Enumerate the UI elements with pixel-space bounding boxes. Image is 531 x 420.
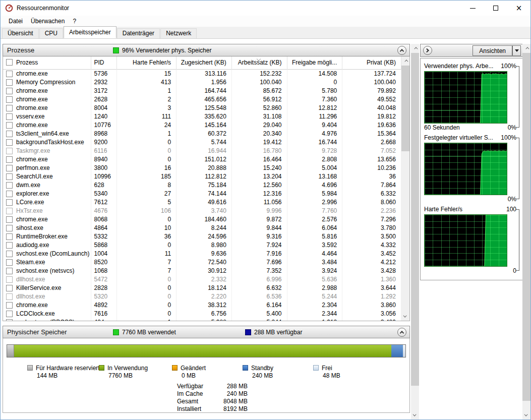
table-scrollbar[interactable] (401, 56, 409, 321)
row-checkbox[interactable] (6, 311, 13, 317)
column-header-1[interactable]: PID (91, 56, 117, 70)
select-all-checkbox[interactable] (6, 59, 13, 66)
column-header-4[interactable]: Arbeitssatz (KB) (232, 56, 287, 70)
table-row[interactable]: svchost.exe (netsvcs)1068730.9127.3523.9… (3, 267, 401, 275)
table-row[interactable]: explorer.exe53402774.14412.3165.9846.332 (3, 190, 401, 198)
row-checkbox[interactable] (6, 191, 13, 197)
collapse-processes-button[interactable] (397, 46, 406, 55)
table-row[interactable]: dllhost.exe547202.3326.9965.6361.360 (3, 275, 401, 284)
row-checkbox[interactable] (6, 122, 13, 129)
row-checkbox[interactable] (6, 233, 13, 240)
cell-commit: 74.144 (176, 190, 232, 198)
column-header-2[interactable]: Harte Fehler/s (117, 56, 176, 70)
scroll-down-button[interactable] (401, 312, 409, 321)
scroll-down-button[interactable] (522, 411, 530, 419)
row-checkbox[interactable] (6, 259, 13, 266)
views-button[interactable]: Ansichten (473, 45, 512, 56)
scroll-up-button[interactable] (411, 44, 419, 52)
row-checkbox[interactable] (6, 71, 13, 77)
row-checkbox[interactable] (6, 79, 13, 86)
process-name-cell: dwm.exe (3, 181, 91, 190)
table-row[interactable]: chrome.exe4892038.3126.1642.3043.860 (3, 301, 401, 310)
left-pane-scrollbar[interactable] (411, 44, 419, 419)
row-checkbox[interactable] (6, 199, 13, 206)
table-row[interactable]: chrome.exe26282465.65656.9127.36049.552 (3, 95, 401, 104)
table-row[interactable]: vsserv.exe1240111335.62031.10811.29619.8… (3, 112, 401, 121)
tab-übersicht[interactable]: Übersicht (2, 28, 39, 38)
table-row[interactable]: HxTsr.exe46761063.7409.9967.7602.236 (3, 207, 401, 215)
row-checkbox[interactable] (6, 165, 13, 171)
row-checkbox[interactable] (6, 242, 13, 249)
table-row[interactable]: dwm.exe628875.18412.5604.6967.864 (3, 181, 401, 190)
table-row[interactable]: KillerService.exe2828018.1246.6322.9883.… (3, 284, 401, 292)
views-dropdown-button[interactable] (512, 45, 521, 56)
table-row[interactable]: Memory Compression29324131.956100.040010… (3, 78, 401, 87)
scroll-up-button[interactable] (522, 44, 530, 52)
cell-commit: 16.944 (176, 147, 232, 155)
row-checkbox[interactable] (6, 285, 13, 291)
row-checkbox[interactable] (6, 173, 13, 180)
right-pane-scrollbar[interactable] (522, 44, 530, 419)
row-checkbox[interactable] (6, 139, 13, 146)
table-row[interactable]: Taskmgr.exe6116016.94416.7809.7287.052 (3, 147, 401, 155)
table-row[interactable]: sihost.exe4864108.2449.8446.0643.780 (3, 224, 401, 232)
row-checkbox[interactable] (6, 105, 13, 111)
row-checkbox[interactable] (6, 268, 13, 274)
row-checkbox[interactable] (6, 88, 13, 94)
menu-item-1[interactable]: Überwachen (27, 17, 69, 26)
collapse-memory-button[interactable] (397, 328, 406, 337)
scrollbar-thumb[interactable] (411, 53, 419, 386)
table-row[interactable]: chrome.exe31721164.74485.6725.78079.892 (3, 87, 401, 95)
table-row[interactable]: chrome.exe89400151.01216.4642.80813.656 (3, 155, 401, 164)
column-header-5[interactable]: Freigabe mögli... (287, 56, 343, 70)
row-checkbox[interactable] (6, 131, 13, 137)
row-checkbox[interactable] (6, 276, 13, 283)
table-row[interactable]: RuntimeBroker.exe53323624.5969.3165.8163… (3, 232, 401, 241)
table-row[interactable]: audiodg.exe586808.9807.9243.5924.332 (3, 241, 401, 250)
column-header-0[interactable]: Prozess (3, 56, 91, 70)
row-checkbox[interactable] (6, 293, 13, 300)
row-checkbox[interactable] (6, 182, 13, 189)
column-header-6[interactable]: Privat (KB) (342, 56, 401, 70)
scroll-up-button[interactable] (401, 56, 409, 65)
table-row[interactable]: chrome.exe573615313.116152.23214.508137.… (3, 70, 401, 78)
maximize-button[interactable] (484, 1, 507, 16)
table-row[interactable]: LCore.exe7612549.61611.0562.9968.060 (3, 198, 401, 207)
table-row[interactable]: chrome.exe80680184.4609.8722.5767.296 (3, 215, 401, 224)
row-checkbox[interactable] (6, 302, 13, 309)
tab-cpu[interactable]: CPU (39, 28, 63, 38)
tab-netzwerk[interactable]: Netzwerk (160, 28, 197, 38)
close-button[interactable]: × (507, 1, 530, 16)
table-row[interactable]: ts3client_win64.exe8968160.37220.3404.97… (3, 130, 401, 138)
tab-arbeitsspeicher[interactable]: Arbeitsspeicher (64, 26, 116, 38)
table-row[interactable]: chrome.exe80043125.54852.86012.81240.048 (3, 104, 401, 112)
table-row[interactable]: chrome.exe1077624145.16429.0409.40419.63… (3, 121, 401, 130)
row-checkbox[interactable] (6, 96, 13, 103)
collapse-panel-button[interactable] (423, 46, 432, 55)
cell-shareable: 9.404 (287, 121, 343, 130)
scroll-down-button[interactable] (411, 411, 419, 419)
scrollbar-thumb[interactable] (522, 53, 530, 401)
minimize-button[interactable] (461, 1, 484, 16)
table-row[interactable]: svchost.exe (RPCSS)42415.9885.2441.9123.… (3, 318, 401, 321)
tab-datenträger[interactable]: Datenträger (117, 28, 160, 38)
table-row[interactable]: dllhost.exe532002.2206.5365.2441.292 (3, 292, 401, 301)
table-row[interactable]: svchost.exe (DcomLaunch)1004119.6367.916… (3, 250, 401, 258)
table-row[interactable]: backgroundTaskHost.exe920005.74419.41216… (3, 138, 401, 147)
row-checkbox[interactable] (6, 251, 13, 257)
column-header-3[interactable]: Zugesichert (KB) (176, 56, 232, 70)
row-checkbox[interactable] (6, 225, 13, 231)
row-checkbox[interactable] (6, 113, 13, 120)
row-checkbox[interactable] (6, 156, 13, 163)
menu-item-0[interactable]: Datei (5, 17, 27, 26)
row-checkbox[interactable] (6, 208, 13, 214)
menu-item-2[interactable]: ? (69, 17, 80, 26)
row-checkbox[interactable] (6, 216, 13, 223)
table-row[interactable]: Steam.exe8520772.5407.6963.4844.212 (3, 258, 401, 267)
row-checkbox[interactable] (6, 319, 13, 321)
table-row[interactable]: SearchUI.exe10996185112.81213.20413.1683… (3, 172, 401, 181)
table-row[interactable]: LCDClock.exe761606.7565.4002.3443.056 (3, 310, 401, 318)
scrollbar-thumb[interactable] (401, 66, 409, 151)
table-row[interactable]: perfmon.exe38001620.88815.2405.00410.236 (3, 164, 401, 172)
row-checkbox[interactable] (6, 148, 13, 154)
